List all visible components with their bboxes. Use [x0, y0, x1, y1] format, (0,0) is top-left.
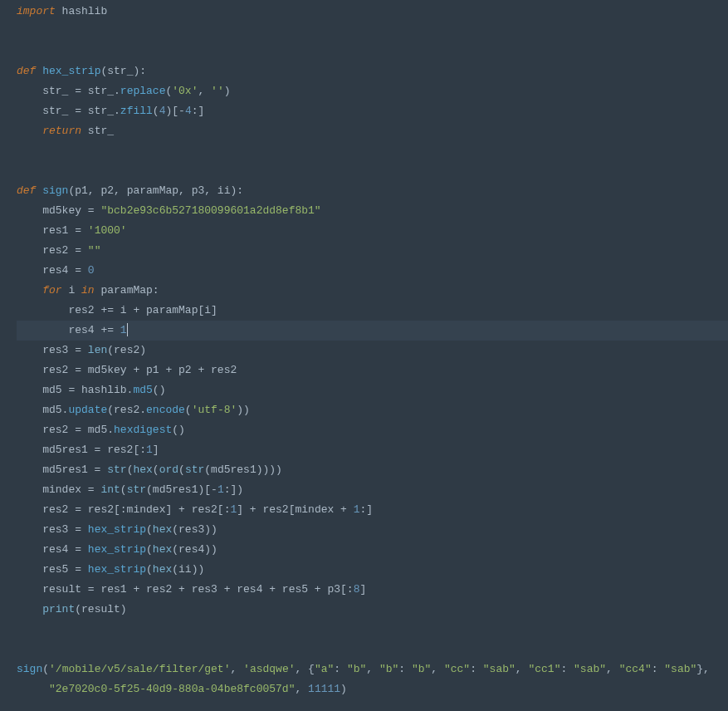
- builtin-int: int: [100, 483, 120, 496]
- code-line[interactable]: md5key = "bcb2e93c6b527180099601a2dd8ef8…: [17, 201, 728, 221]
- code-line[interactable]: md5.update(res2.encode('utf-8')): [17, 400, 728, 420]
- method-call: encode: [146, 404, 185, 416]
- colon: :: [398, 663, 412, 675]
- slice-end: :]: [192, 105, 205, 117]
- code-line-blank[interactable]: [17, 640, 728, 660]
- code-line-blank[interactable]: [17, 22, 728, 42]
- builtin-print: print: [42, 603, 75, 615]
- code-line[interactable]: for i in paramMap:: [17, 281, 728, 301]
- keyword-def: def: [17, 65, 36, 77]
- code-line[interactable]: str_ = str_.replace('0x', ''): [17, 81, 728, 101]
- method-call: replace: [120, 85, 166, 97]
- comma: ,: [431, 663, 444, 675]
- code-line[interactable]: res1 = '1000': [17, 221, 728, 241]
- builtin-str: str: [127, 483, 146, 496]
- string-literal: 'asdqwe': [243, 663, 295, 675]
- code-text: ] + res2[mindex +: [237, 503, 353, 516]
- string-literal: "2e7020c0-5f25-40d9-880a-04be8fc0057d": [49, 683, 295, 695]
- method-call: update: [68, 404, 107, 416]
- code-line[interactable]: res2 += i + paramMap[i]: [17, 301, 728, 321]
- parens: (result): [75, 603, 126, 615]
- number-literal: 11111: [308, 683, 340, 695]
- dict-key: "b": [379, 663, 398, 675]
- code-line-blank[interactable]: [17, 620, 728, 640]
- keyword-import: import: [17, 5, 56, 17]
- paren: ): [340, 683, 347, 695]
- dict-key: "cc": [444, 663, 470, 675]
- code-text: md5res1 =: [17, 463, 107, 476]
- code-line[interactable]: def hex_strip(str_):: [17, 61, 728, 81]
- code-line[interactable]: res2 = md5key + p1 + p2 + res2: [17, 360, 728, 380]
- paren: ): [224, 85, 231, 97]
- paren: (: [146, 523, 153, 536]
- function-call: hex_strip: [88, 523, 146, 536]
- paren: (): [153, 384, 166, 396]
- code-line[interactable]: import hashlib: [17, 2, 728, 22]
- code-line[interactable]: res4 = 0: [17, 261, 728, 281]
- code-text: res5 =: [17, 563, 88, 576]
- code-line-blank[interactable]: [17, 42, 728, 61]
- string-literal: '1000': [88, 224, 127, 237]
- string-literal: 'utf-8': [192, 404, 237, 416]
- code-line[interactable]: md5res1 = str(hex(ord(str(md5res1)))): [17, 460, 728, 480]
- colon: :: [334, 663, 347, 675]
- string-literal: '': [211, 85, 224, 97]
- code-line[interactable]: mindex = int(str(md5res1)[-1:]): [17, 480, 728, 500]
- code-line-blank[interactable]: [17, 141, 728, 161]
- builtin-hex: hex: [133, 463, 152, 476]
- code-line[interactable]: result = res1 + res2 + res3 + res4 + res…: [17, 580, 728, 600]
- code-line[interactable]: res5 = hex_strip(hex(ii)): [17, 560, 728, 580]
- indent: [17, 284, 42, 297]
- code-editor[interactable]: import hashlib def hex_strip(str_): str_…: [0, 0, 728, 711]
- slice: )[-: [165, 105, 184, 117]
- builtin-len: len: [88, 344, 107, 356]
- code-line[interactable]: res2 = md5.hexdigest(): [17, 420, 728, 440]
- code-line[interactable]: res2 = "": [17, 241, 728, 261]
- function-name: hex_strip: [42, 65, 100, 77]
- code-line[interactable]: res3 = hex_strip(hex(res3)): [17, 520, 728, 540]
- comma: ,: [606, 663, 619, 675]
- code-line[interactable]: res3 = len(res2): [17, 341, 728, 360]
- keyword-return: return: [42, 125, 81, 137]
- function-call: hex_strip: [88, 563, 146, 576]
- code-line[interactable]: md5res1 = res2[:1]: [17, 440, 728, 460]
- slice: (md5res1)[-: [146, 483, 217, 496]
- bracket: ]: [153, 444, 159, 456]
- bracket: ]: [359, 583, 366, 596]
- dict-val: "b": [347, 663, 366, 675]
- keyword-in: in: [81, 284, 95, 297]
- code-line-active[interactable]: res4 += 1: [17, 321, 728, 341]
- code-text: result = res1 + res2 + res3 + res4 + res…: [17, 583, 354, 596]
- colon: :: [652, 663, 665, 675]
- code-line[interactable]: print(result): [17, 600, 728, 620]
- code-text: res2 = md5.: [17, 424, 114, 436]
- code-line[interactable]: def sign(p1, p2, paramMap, p3, ii):: [17, 181, 728, 201]
- code-line[interactable]: sign('/mobile/v5/sale/filter/get', 'asdq…: [17, 660, 728, 679]
- code-text: md5key =: [17, 204, 100, 217]
- code-line[interactable]: "2e7020c0-5f25-40d9-880a-04be8fc0057d", …: [17, 679, 728, 699]
- code-area[interactable]: import hashlib def hex_strip(str_): str_…: [13, 0, 728, 711]
- editor-gutter: [0, 0, 13, 711]
- brace-close: },: [696, 663, 710, 675]
- code-text: res3 =: [17, 344, 88, 356]
- code-line[interactable]: res4 = hex_strip(hex(res4)): [17, 540, 728, 560]
- parens: (ii)): [172, 563, 204, 576]
- indent: [17, 683, 49, 695]
- indent: [17, 125, 42, 137]
- code-line-blank[interactable]: [17, 161, 728, 181]
- code-line[interactable]: str_ = str_.zfill(4)[-4:]: [17, 101, 728, 121]
- paren: (: [146, 563, 153, 576]
- code-line[interactable]: res2 = res2[:mindex] + res2[:1] + res2[m…: [17, 500, 728, 520]
- colon: :: [470, 663, 483, 675]
- builtin-hex: hex: [153, 523, 172, 536]
- code-text: res4 =: [17, 543, 88, 556]
- slice-end: :]: [360, 503, 374, 516]
- dict-key: "cc1": [528, 663, 560, 675]
- paren: (: [146, 543, 153, 556]
- code-line[interactable]: return str_: [17, 121, 728, 141]
- builtin-ord: ord: [159, 463, 178, 476]
- dict-val: "b": [412, 663, 431, 675]
- comma: ,: [366, 663, 379, 675]
- code-text: res1 =: [17, 224, 88, 237]
- code-line[interactable]: md5 = hashlib.md5(): [17, 380, 728, 400]
